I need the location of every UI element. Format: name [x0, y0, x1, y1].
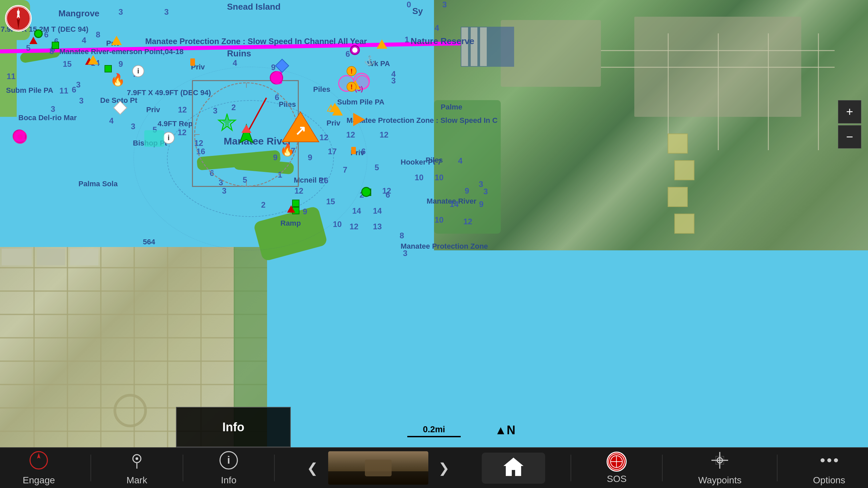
zoom-in-button[interactable]: +	[838, 100, 861, 124]
marker-red-triangle-1	[29, 37, 37, 44]
nav-media-next[interactable]: ❯	[432, 458, 456, 478]
info-icon: i	[219, 450, 239, 473]
info-panel: Info	[176, 407, 291, 447]
media-next-icon: ❯	[438, 461, 450, 475]
marker-yellow-tri-3	[377, 39, 387, 49]
svg-text:N: N	[17, 10, 20, 15]
sos-label: SOS	[607, 474, 627, 484]
nav-engage[interactable]: Engage	[13, 447, 65, 488]
info-panel-label: Info	[222, 420, 244, 434]
info-label: Info	[221, 475, 237, 486]
marker-excl-3: ⚠	[327, 103, 335, 114]
svg-point-26	[135, 457, 138, 460]
waypoints-icon	[710, 450, 730, 473]
svg-point-38	[820, 458, 825, 462]
media-prev-icon: ❮	[307, 461, 318, 475]
mark-label: Mark	[127, 475, 147, 486]
turn-arrow-marker: ↗	[280, 110, 320, 145]
navigation-bar: Engage Mark i Info ❮	[0, 447, 868, 488]
marker-cyan-area	[144, 130, 164, 147]
options-icon	[819, 450, 839, 473]
media-thumbnail[interactable]	[328, 451, 428, 485]
engage-label: Engage	[23, 475, 55, 486]
buoy-orange-2	[351, 147, 356, 154]
marker-orange-arrow	[353, 113, 365, 126]
compass-rose: N	[5, 5, 32, 32]
svg-text:(1): (1)	[274, 74, 282, 81]
svg-point-40	[834, 458, 838, 462]
marker-wreck: ⚓	[364, 55, 376, 66]
marker-p-flag	[13, 130, 27, 147]
nav-sos[interactable]: SOS	[597, 448, 637, 488]
options-label: Options	[813, 475, 845, 486]
buoy-orange-1	[190, 58, 195, 66]
svg-marker-23	[37, 453, 40, 459]
marker-excl-1: !	[346, 66, 356, 76]
zoom-controls: + −	[838, 100, 861, 149]
marker-red-flame-1: 🔥	[110, 73, 125, 87]
marker-green-square-2	[104, 65, 112, 72]
marker-green-buoy-2	[361, 187, 371, 197]
marker-red-triangle-3	[287, 205, 295, 213]
nav-mark[interactable]: Mark	[117, 447, 157, 488]
marker-green-square-1	[52, 42, 59, 49]
marker-yellow-tri-2	[88, 55, 98, 64]
svg-text:i: i	[227, 454, 230, 466]
nav-home[interactable]	[482, 453, 545, 484]
svg-point-39	[827, 458, 831, 462]
marker-info-2: i	[163, 132, 175, 144]
waypoints-label: Waypoints	[699, 475, 742, 486]
satellite-overlay-top	[434, 0, 868, 250]
sos-icon	[607, 452, 627, 471]
scale-bar: 0.2mi	[407, 424, 461, 437]
svg-point-21	[18, 134, 23, 139]
nav-info[interactable]: i Info	[209, 447, 249, 488]
marker-info-1: i	[132, 65, 144, 77]
nav-media-prev[interactable]: ❮	[300, 458, 325, 478]
marker-excl-2: !	[346, 82, 356, 92]
waypoint-target[interactable]	[217, 113, 237, 133]
home-icon	[502, 456, 525, 480]
engage-icon	[29, 450, 49, 473]
nav-waypoints[interactable]: Waypoints	[688, 447, 752, 488]
nav-options[interactable]: Options	[803, 447, 855, 488]
svg-marker-29	[503, 458, 524, 476]
map-view[interactable]: Snead Island Mangrove Sy Nature Reserve …	[0, 0, 868, 447]
media-group: ❮ ❯	[300, 451, 456, 485]
north-arrow: ▲N	[495, 423, 516, 437]
marker-magenta-2: (1)	[270, 71, 283, 85]
marker-red-flame-2: 🔥	[280, 143, 295, 157]
marker-yellow-tri-1	[111, 36, 122, 45]
mark-icon	[127, 450, 147, 473]
svg-text:↗: ↗	[295, 123, 306, 138]
zoom-out-button[interactable]: −	[838, 125, 861, 149]
marker-magenta-large	[350, 45, 360, 55]
